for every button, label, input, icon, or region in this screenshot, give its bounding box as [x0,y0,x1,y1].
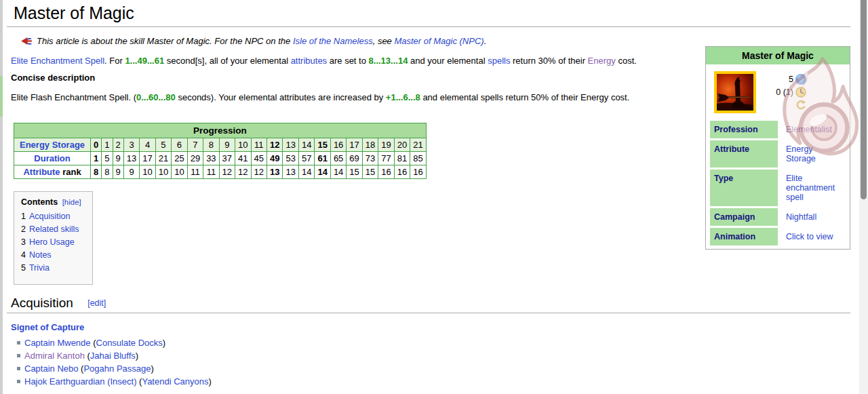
isle-of-the-nameless-link[interactable]: Isle of the Nameless [293,36,373,46]
progression-cell: 3 [123,138,139,152]
desc-text: second[s], all of your elemental [164,56,290,66]
concise-attribute-value: +1...6...8 [386,92,420,102]
location-link[interactable]: Jahai Bluffs [90,351,136,361]
toc-title: Contents [21,197,58,207]
skill-stats: 5 0 (1) [767,74,806,113]
progression-cell: 14 [330,165,346,179]
infobox-art-row: 5 0 (1) [706,64,850,119]
paren: ( [85,351,90,361]
toc-item-number: 3 [21,237,26,247]
progression-cell: 37 [219,152,235,165]
vertical-scrollbar[interactable] [859,0,868,394]
elite-enchantment-spell-link[interactable]: Elite Enchantment Spell [11,56,104,66]
progression-label-text: rank [60,167,81,177]
npc-link[interactable]: Captain Nebo [24,363,79,374]
signet-of-capture-link[interactable]: Signet of Capture [11,322,84,332]
infobox-title: Master of Magic [706,47,850,64]
infobox-row-value-link[interactable]: Elementalist [786,125,832,134]
progression-cell: 6 [172,138,187,152]
progression-cell: 12 [235,165,251,179]
progression-cell: 8 [91,165,102,179]
toc-list: 1Acquisition2Related skills3Hero Usage4N… [21,212,81,273]
page-title: Master of Magic [14,3,853,23]
scrollbar-thumb[interactable] [861,0,867,199]
progression-cell: 57 [298,152,314,165]
progression-label-link[interactable]: Energy Storage [20,140,85,150]
progression-label-link[interactable]: Attribute [23,167,60,177]
attributes-link[interactable]: attributes [291,56,327,66]
recharge-time-stat [767,100,806,111]
skill-icon[interactable] [714,71,756,113]
toc-item-link[interactable]: Related skills [29,224,79,234]
desc-text: and your elemental [408,56,488,66]
progression-table-body: Energy Storage01234567891011121314151617… [14,138,427,179]
progression-cell: 69 [347,152,362,165]
progression-cell: 5 [102,152,113,165]
infobox-row-value-link[interactable]: Energy Storage [786,144,816,163]
progression-row: Attribute rank88991010101111121212131314… [14,165,427,179]
master-of-magic-npc-link[interactable]: Master of Magic (NPC) [394,36,484,46]
paren: ) [163,338,165,348]
infobox-row-value: Click to view [778,228,834,245]
toc-item-number: 2 [21,224,26,234]
progression-cell: 19 [378,138,394,152]
progression-cell: 77 [378,152,394,165]
infobox-row-value: Elite enchantment spell [778,170,846,206]
npc-link[interactable]: Hajok Earthguardian (Insect) [24,376,136,387]
progression-table: Progression Energy Storage01234567891011… [14,123,427,179]
infobox-row-label[interactable]: Attribute [710,140,778,168]
progression-cell: 13 [123,152,139,165]
progression-cell: 5 [155,138,171,152]
progression-label-link[interactable]: Duration [34,153,70,163]
spells-link[interactable]: spells [488,56,510,66]
energy-cost-icon [795,74,806,85]
desc-text: are set to [327,56,368,66]
infobox-row-label[interactable]: Profession [710,121,778,138]
table-of-contents: Contents [hide] 1Acquisition2Related ski… [14,191,93,285]
infobox-row-value: Energy Storage [778,140,846,168]
progression-row: Energy Storage01234567891011121314151617… [14,138,427,152]
acquisition-edit-link[interactable]: [edit] [87,298,106,308]
duration-range-value: 1...49...61 [125,56,164,66]
location-link[interactable]: Consulate Docks [96,338,163,348]
progression-cell: 15 [347,165,362,179]
progression-cell: 65 [330,152,346,165]
location-link[interactable]: Yatendi Canyons [142,376,208,387]
toc-item-link[interactable]: Trivia [29,263,50,273]
infobox-row-label[interactable]: Animation [710,228,778,245]
progression-cell: 16 [330,138,346,152]
progression-cell: 7 [187,138,203,152]
progression-cell: 2 [113,138,123,152]
npc-link[interactable]: Admiral Kantoh [24,351,85,361]
toc-item-link[interactable]: Acquisition [29,212,70,221]
progression-cell: 17 [140,152,155,165]
progression-cell: 12 [251,165,267,179]
disambig-text-3: . [484,36,487,46]
progression-cell: 16 [394,165,410,179]
signet-of-capture-row: Signet of Capture [11,322,853,332]
progression-cell: 12 [219,165,235,179]
npc-link[interactable]: Captain Mwende [24,338,91,348]
infobox-row-value: Elementalist [778,121,833,138]
location-link[interactable]: Pogahn Passage [83,363,151,374]
infobox-row-value-link[interactable]: Nightfall [786,212,816,222]
acquisition-item: Hajok Earthguardian (Insect) (Yatendi Ca… [24,377,853,386]
infobox-row-label[interactable]: Type [710,170,778,206]
progression-cell: 10 [235,138,251,152]
toc-item-link[interactable]: Notes [29,250,52,260]
toc-item-link[interactable]: Hero Usage [29,237,75,247]
paren: ) [208,376,211,387]
attribute-range-value: 8...13...14 [369,56,408,66]
toc-header: Contents [hide] [21,197,81,207]
energy-link[interactable]: Energy [588,56,616,66]
infobox-row-value-link[interactable]: Elite enchantment spell [786,174,835,202]
infobox-row-label[interactable]: Campaign [710,208,778,226]
toc-hide-link[interactable]: [hide] [62,198,81,206]
progression-cell: 21 [155,152,171,165]
toc-item: 3Hero Usage [21,237,81,247]
infobox-row-value-link[interactable]: Click to view [786,232,833,241]
acquisition-heading-text: Acquisition [11,296,73,310]
energy-cost-value: 5 [789,75,793,84]
progression-cell: 73 [362,152,378,165]
acquisition-item: Captain Mwende (Consulate Docks) [24,338,853,347]
